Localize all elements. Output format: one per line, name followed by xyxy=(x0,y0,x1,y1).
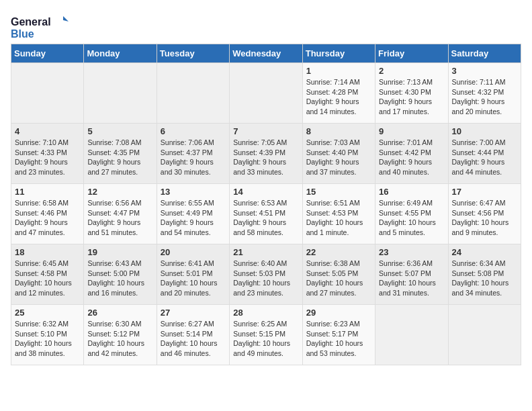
calendar-cell: 25Sunrise: 6:32 AM Sunset: 5:10 PM Dayli… xyxy=(11,305,84,365)
weekday-header-row: SundayMondayTuesdayWednesdayThursdayFrid… xyxy=(11,44,521,63)
day-number: 28 xyxy=(233,308,298,318)
day-info: Sunrise: 6:27 AM Sunset: 5:14 PM Dayligh… xyxy=(161,319,226,359)
calendar-week-row: 11Sunrise: 6:58 AM Sunset: 4:46 PM Dayli… xyxy=(11,184,521,244)
day-number: 18 xyxy=(15,247,80,257)
calendar-cell: 28Sunrise: 6:25 AM Sunset: 5:15 PM Dayli… xyxy=(230,305,302,365)
day-number: 13 xyxy=(161,187,226,197)
day-number: 12 xyxy=(87,187,152,197)
day-info: Sunrise: 7:03 AM Sunset: 4:40 PM Dayligh… xyxy=(306,138,371,177)
day-info: Sunrise: 7:01 AM Sunset: 4:42 PM Dayligh… xyxy=(379,138,444,177)
day-number: 24 xyxy=(452,247,517,257)
day-number: 19 xyxy=(87,247,152,257)
calendar-cell: 19Sunrise: 6:43 AM Sunset: 5:00 PM Dayli… xyxy=(84,244,157,305)
day-number: 2 xyxy=(379,66,444,76)
day-info: Sunrise: 6:38 AM Sunset: 5:05 PM Dayligh… xyxy=(306,259,371,298)
calendar-cell: 9Sunrise: 7:01 AM Sunset: 4:42 PM Daylig… xyxy=(375,124,448,184)
day-info: Sunrise: 6:40 AM Sunset: 5:03 PM Dayligh… xyxy=(233,259,298,298)
calendar-cell: 13Sunrise: 6:55 AM Sunset: 4:49 PM Dayli… xyxy=(157,184,229,244)
day-info: Sunrise: 7:11 AM Sunset: 4:32 PM Dayligh… xyxy=(452,77,517,117)
day-info: Sunrise: 6:47 AM Sunset: 4:56 PM Dayligh… xyxy=(452,198,517,238)
day-info: Sunrise: 7:13 AM Sunset: 4:30 PM Dayligh… xyxy=(379,77,444,117)
weekday-header-friday: Friday xyxy=(375,44,448,63)
day-number: 1 xyxy=(306,66,371,76)
day-info: Sunrise: 6:55 AM Sunset: 4:49 PM Dayligh… xyxy=(161,198,226,238)
day-info: Sunrise: 6:53 AM Sunset: 4:51 PM Dayligh… xyxy=(233,198,298,238)
calendar-cell: 23Sunrise: 6:36 AM Sunset: 5:07 PM Dayli… xyxy=(375,244,448,305)
day-number: 14 xyxy=(233,187,298,197)
calendar-table: SundayMondayTuesdayWednesdayThursdayFrid… xyxy=(11,44,521,365)
weekday-header-sunday: Sunday xyxy=(11,44,84,63)
day-info: Sunrise: 7:05 AM Sunset: 4:39 PM Dayligh… xyxy=(233,138,298,177)
calendar-cell: 17Sunrise: 6:47 AM Sunset: 4:56 PM Dayli… xyxy=(448,184,521,244)
day-info: Sunrise: 6:49 AM Sunset: 4:55 PM Dayligh… xyxy=(379,198,444,238)
calendar-cell xyxy=(230,63,302,124)
day-info: Sunrise: 6:30 AM Sunset: 5:12 PM Dayligh… xyxy=(87,319,152,359)
day-info: Sunrise: 7:06 AM Sunset: 4:37 PM Dayligh… xyxy=(161,138,226,177)
svg-text:Blue: Blue xyxy=(11,28,34,40)
calendar-cell: 22Sunrise: 6:38 AM Sunset: 5:05 PM Dayli… xyxy=(302,244,375,305)
day-info: Sunrise: 7:14 AM Sunset: 4:28 PM Dayligh… xyxy=(306,77,371,117)
day-info: Sunrise: 7:08 AM Sunset: 4:35 PM Dayligh… xyxy=(87,138,152,177)
calendar-cell xyxy=(448,305,521,365)
day-number: 20 xyxy=(161,247,226,257)
svg-marker-1 xyxy=(63,16,69,21)
calendar-week-row: 25Sunrise: 6:32 AM Sunset: 5:10 PM Dayli… xyxy=(11,305,521,365)
calendar-cell: 10Sunrise: 7:00 AM Sunset: 4:44 PM Dayli… xyxy=(448,124,521,184)
day-info: Sunrise: 6:58 AM Sunset: 4:46 PM Dayligh… xyxy=(15,198,80,238)
calendar-cell: 1Sunrise: 7:14 AM Sunset: 4:28 PM Daylig… xyxy=(302,63,375,124)
calendar-cell: 11Sunrise: 6:58 AM Sunset: 4:46 PM Dayli… xyxy=(11,184,84,244)
calendar-cell: 2Sunrise: 7:13 AM Sunset: 4:30 PM Daylig… xyxy=(375,63,448,124)
day-number: 10 xyxy=(452,126,517,136)
calendar-cell: 6Sunrise: 7:06 AM Sunset: 4:37 PM Daylig… xyxy=(157,124,229,184)
day-number: 15 xyxy=(306,187,371,197)
calendar-cell: 15Sunrise: 6:51 AM Sunset: 4:53 PM Dayli… xyxy=(302,184,375,244)
day-number: 27 xyxy=(161,308,226,318)
day-number: 26 xyxy=(87,308,152,318)
calendar-cell: 12Sunrise: 6:56 AM Sunset: 4:47 PM Dayli… xyxy=(84,184,157,244)
svg-text:General: General xyxy=(11,16,51,28)
calendar-cell: 29Sunrise: 6:23 AM Sunset: 5:17 PM Dayli… xyxy=(302,305,375,365)
calendar-cell: 16Sunrise: 6:49 AM Sunset: 4:55 PM Dayli… xyxy=(375,184,448,244)
day-number: 4 xyxy=(15,126,80,136)
day-number: 25 xyxy=(15,308,80,318)
calendar-cell: 4Sunrise: 7:10 AM Sunset: 4:33 PM Daylig… xyxy=(11,124,84,184)
calendar-cell: 3Sunrise: 7:11 AM Sunset: 4:32 PM Daylig… xyxy=(448,63,521,124)
day-number: 6 xyxy=(161,126,226,136)
weekday-header-tuesday: Tuesday xyxy=(157,44,229,63)
day-info: Sunrise: 6:25 AM Sunset: 5:15 PM Dayligh… xyxy=(233,319,298,359)
calendar-week-row: 4Sunrise: 7:10 AM Sunset: 4:33 PM Daylig… xyxy=(11,124,521,184)
day-info: Sunrise: 6:32 AM Sunset: 5:10 PM Dayligh… xyxy=(15,319,80,359)
calendar-week-row: 18Sunrise: 6:45 AM Sunset: 4:58 PM Dayli… xyxy=(11,244,521,305)
calendar-cell xyxy=(11,63,84,124)
day-info: Sunrise: 7:00 AM Sunset: 4:44 PM Dayligh… xyxy=(452,138,517,177)
calendar-cell: 20Sunrise: 6:41 AM Sunset: 5:01 PM Dayli… xyxy=(157,244,229,305)
calendar-cell: 27Sunrise: 6:27 AM Sunset: 5:14 PM Dayli… xyxy=(157,305,229,365)
day-number: 8 xyxy=(306,126,371,136)
calendar-cell: 21Sunrise: 6:40 AM Sunset: 5:03 PM Dayli… xyxy=(230,244,302,305)
day-number: 17 xyxy=(452,187,517,197)
calendar-week-row: 1Sunrise: 7:14 AM Sunset: 4:28 PM Daylig… xyxy=(11,63,521,124)
day-info: Sunrise: 7:10 AM Sunset: 4:33 PM Dayligh… xyxy=(15,138,80,177)
weekday-header-saturday: Saturday xyxy=(448,44,521,63)
day-number: 23 xyxy=(379,247,444,257)
calendar-cell: 24Sunrise: 6:34 AM Sunset: 5:08 PM Dayli… xyxy=(448,244,521,305)
day-info: Sunrise: 6:45 AM Sunset: 4:58 PM Dayligh… xyxy=(15,259,80,298)
day-number: 5 xyxy=(87,126,152,136)
weekday-header-wednesday: Wednesday xyxy=(230,44,302,63)
day-number: 11 xyxy=(15,187,80,197)
day-number: 21 xyxy=(233,247,298,257)
day-info: Sunrise: 6:23 AM Sunset: 5:17 PM Dayligh… xyxy=(306,319,371,359)
day-number: 9 xyxy=(379,126,444,136)
day-number: 29 xyxy=(306,308,371,318)
day-info: Sunrise: 6:51 AM Sunset: 4:53 PM Dayligh… xyxy=(306,198,371,238)
logo: General Blue xyxy=(11,13,71,44)
logo-svg: General Blue xyxy=(11,13,71,44)
day-info: Sunrise: 6:41 AM Sunset: 5:01 PM Dayligh… xyxy=(161,259,226,298)
calendar-cell: 18Sunrise: 6:45 AM Sunset: 4:58 PM Dayli… xyxy=(11,244,84,305)
calendar-cell: 26Sunrise: 6:30 AM Sunset: 5:12 PM Dayli… xyxy=(84,305,157,365)
calendar-cell: 5Sunrise: 7:08 AM Sunset: 4:35 PM Daylig… xyxy=(84,124,157,184)
calendar-cell: 8Sunrise: 7:03 AM Sunset: 4:40 PM Daylig… xyxy=(302,124,375,184)
calendar-cell xyxy=(84,63,157,124)
day-number: 7 xyxy=(233,126,298,136)
weekday-header-monday: Monday xyxy=(84,44,157,63)
